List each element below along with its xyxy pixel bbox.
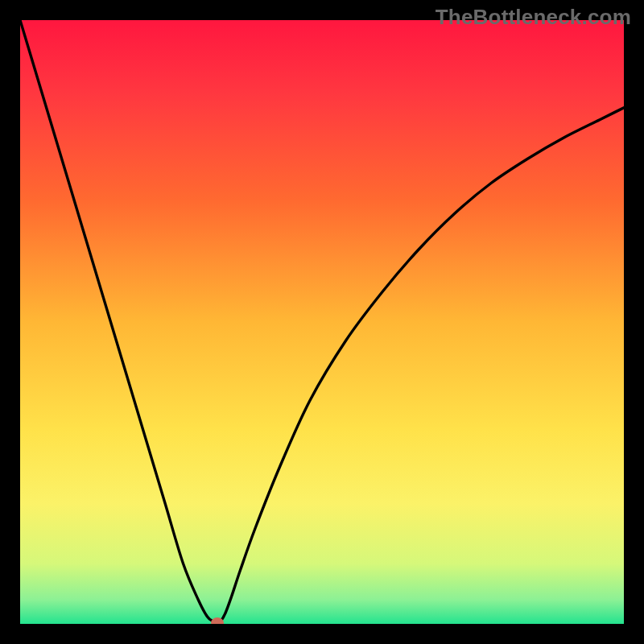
bottleneck-point-marker — [211, 617, 224, 624]
bottleneck-curve — [20, 20, 624, 624]
plot-area — [20, 20, 624, 624]
chart-frame: TheBottleneck.com — [0, 0, 644, 644]
watermark-text: TheBottleneck.com — [436, 5, 631, 30]
